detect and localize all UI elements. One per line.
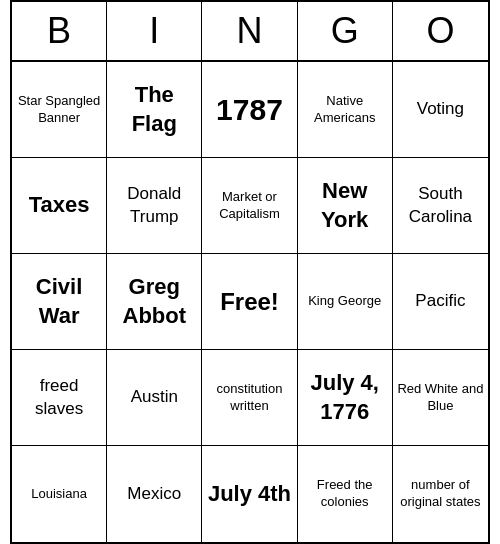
- bingo-cell-10[interactable]: Civil War: [12, 254, 107, 350]
- bingo-cell-0[interactable]: Star Spangled Banner: [12, 62, 107, 158]
- bingo-cell-16[interactable]: Austin: [107, 350, 202, 446]
- bingo-cell-14[interactable]: Pacific: [393, 254, 488, 350]
- bingo-cell-4[interactable]: Voting: [393, 62, 488, 158]
- bingo-cell-13[interactable]: King George: [298, 254, 393, 350]
- bingo-cell-8[interactable]: New York: [298, 158, 393, 254]
- bingo-cell-2[interactable]: 1787: [202, 62, 297, 158]
- bingo-card: B I N G O Star Spangled BannerThe Flag17…: [10, 0, 490, 544]
- bingo-cell-18[interactable]: July 4, 1776: [298, 350, 393, 446]
- bingo-header: B I N G O: [12, 2, 488, 62]
- bingo-cell-21[interactable]: Mexico: [107, 446, 202, 542]
- bingo-cell-3[interactable]: Native Americans: [298, 62, 393, 158]
- bingo-cell-11[interactable]: Greg Abbot: [107, 254, 202, 350]
- header-n: N: [202, 2, 297, 60]
- header-g: G: [298, 2, 393, 60]
- bingo-cell-7[interactable]: Market or Capitalism: [202, 158, 297, 254]
- bingo-cell-1[interactable]: The Flag: [107, 62, 202, 158]
- bingo-cell-6[interactable]: Donald Trump: [107, 158, 202, 254]
- bingo-grid: Star Spangled BannerThe Flag1787Native A…: [12, 62, 488, 542]
- header-i: I: [107, 2, 202, 60]
- bingo-cell-19[interactable]: Red White and Blue: [393, 350, 488, 446]
- bingo-cell-23[interactable]: Freed the colonies: [298, 446, 393, 542]
- bingo-cell-15[interactable]: freed slaves: [12, 350, 107, 446]
- bingo-cell-22[interactable]: July 4th: [202, 446, 297, 542]
- bingo-cell-12[interactable]: Free!: [202, 254, 297, 350]
- bingo-cell-9[interactable]: South Carolina: [393, 158, 488, 254]
- bingo-cell-20[interactable]: Louisiana: [12, 446, 107, 542]
- header-o: O: [393, 2, 488, 60]
- header-b: B: [12, 2, 107, 60]
- bingo-cell-5[interactable]: Taxes: [12, 158, 107, 254]
- bingo-cell-24[interactable]: number of original states: [393, 446, 488, 542]
- bingo-cell-17[interactable]: constitution written: [202, 350, 297, 446]
